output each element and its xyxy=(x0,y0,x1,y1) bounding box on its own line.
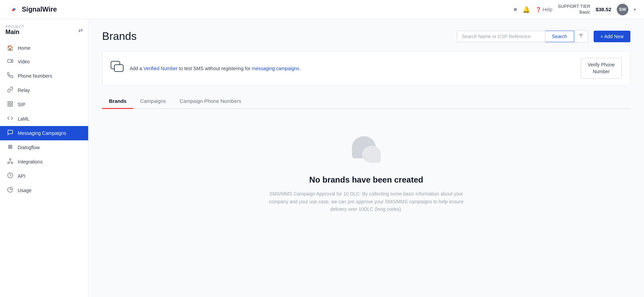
sidebar-item-label-sip: SIP xyxy=(18,102,26,107)
top-navigation: SignalWire 🔔 ❓ Help SUPPORT TIER Basic $… xyxy=(0,0,644,19)
search-input[interactable] xyxy=(457,31,545,42)
phone-icon xyxy=(7,72,14,80)
tab-brands[interactable]: Brands xyxy=(102,94,133,109)
laml-icon xyxy=(7,115,14,123)
sidebar-item-label-api: API xyxy=(18,173,26,179)
sidebar-item-messaging-campaigns[interactable]: Messaging Campaigns xyxy=(0,126,88,140)
svg-rect-5 xyxy=(11,105,13,106)
relay-icon xyxy=(7,87,14,94)
sidebar-item-phone-numbers[interactable]: Phone Numbers xyxy=(0,69,88,83)
api-icon xyxy=(7,172,14,180)
avatar[interactable]: SW xyxy=(617,4,628,15)
info-banner-text: Add a Verified Number to test SMS withou… xyxy=(130,66,301,71)
sidebar-item-api[interactable]: API xyxy=(0,169,88,183)
project-label: Project xyxy=(5,25,24,29)
sidebar-item-usage[interactable]: Usage xyxy=(0,183,88,198)
info-banner-left: Add a Verified Number to test SMS withou… xyxy=(111,61,301,76)
sidebar-item-label-laml: LaML xyxy=(18,116,30,122)
chevron-down-icon[interactable]: ▾ xyxy=(634,7,636,12)
sidebar-item-dialogflow[interactable]: Dialogflow xyxy=(0,140,88,155)
tab-campaigns[interactable]: Campaigns xyxy=(133,94,173,109)
sidebar-item-integrations[interactable]: Integrations xyxy=(0,155,88,169)
home-icon: 🏠 xyxy=(7,45,14,51)
help-button[interactable]: ❓ Help xyxy=(535,7,552,12)
usage-icon xyxy=(7,187,14,194)
dialogflow-icon xyxy=(7,144,14,151)
main-content: Brands Search + Add New xyxy=(88,19,644,297)
logo-icon xyxy=(8,4,19,15)
sidebar-nav: 🏠 Home Video Phone Numbers Relay xyxy=(0,41,88,198)
sidebar-item-label-integrations: Integrations xyxy=(18,159,43,165)
project-section: Project Main ⇄ xyxy=(0,25,88,41)
page-header: Brands Search + Add New xyxy=(102,30,630,43)
sip-icon xyxy=(7,101,14,108)
help-circle-icon: ❓ xyxy=(535,7,541,12)
integrations-icon xyxy=(7,158,14,166)
bubble2-icon xyxy=(362,146,381,163)
sidebar-item-label-relay: Relay xyxy=(18,88,30,93)
status-indicator xyxy=(514,8,517,11)
sidebar-item-relay[interactable]: Relay xyxy=(0,83,88,97)
svg-line-19 xyxy=(11,162,12,162)
svg-point-17 xyxy=(11,162,13,164)
info-banner: Add a Verified Number to test SMS withou… xyxy=(102,51,630,86)
account-balance: $38.52 xyxy=(596,6,611,12)
sidebar-item-video[interactable]: Video xyxy=(0,54,88,69)
svg-rect-1 xyxy=(8,60,12,63)
number-highlight: Number xyxy=(161,66,178,71)
svg-rect-3 xyxy=(11,101,13,103)
sidebar-item-label-messaging-campaigns: Messaging Campaigns xyxy=(18,130,66,136)
sidebar-item-label-usage: Usage xyxy=(18,188,31,193)
empty-state-icon xyxy=(349,136,383,167)
add-new-button[interactable]: + Add New xyxy=(594,31,630,42)
verified-highlight: Verified xyxy=(143,66,159,71)
switch-project-icon[interactable]: ⇄ xyxy=(78,27,83,33)
messaging-highlight: messaging xyxy=(252,66,275,71)
sidebar-item-label-phone-numbers: Phone Numbers xyxy=(18,73,52,79)
chat-bubbles-icon xyxy=(111,61,124,76)
svg-point-7 xyxy=(11,145,12,147)
svg-point-8 xyxy=(9,147,10,149)
sidebar-item-home[interactable]: 🏠 Home xyxy=(0,41,88,54)
topnav-right: 🔔 ❓ Help SUPPORT TIER Basic $38.52 SW ▾ xyxy=(514,4,636,15)
svg-point-14 xyxy=(10,159,11,160)
svg-line-18 xyxy=(9,162,10,162)
notification-bell-icon[interactable]: 🔔 xyxy=(522,6,530,13)
filter-button[interactable] xyxy=(574,30,588,43)
svg-point-16 xyxy=(8,162,10,164)
svg-rect-2 xyxy=(8,101,10,103)
verify-phone-number-button[interactable]: Verify PhoneNumber xyxy=(581,58,622,79)
filter-icon xyxy=(578,33,584,38)
header-actions: Search + Add New xyxy=(457,30,630,43)
empty-state-title: No brands have been created xyxy=(309,175,423,185)
tabs: Brands Campaigns Campaign Phone Numbers xyxy=(102,94,630,109)
logo-text: SignalWire xyxy=(22,5,57,13)
project-name: Main xyxy=(5,29,24,36)
empty-state: No brands have been created SMS/MMS Camp… xyxy=(102,109,630,226)
sidebar: Project Main ⇄ 🏠 Home Video Phone Number… xyxy=(0,19,88,297)
empty-state-description: SMS/MMS Campaign Approval for 10 DLC: By… xyxy=(264,190,468,213)
tab-campaign-phone-numbers[interactable]: Campaign Phone Numbers xyxy=(173,94,248,109)
svg-point-9 xyxy=(11,147,12,149)
svg-rect-24 xyxy=(114,65,123,72)
campaigns-highlight: campaigns xyxy=(276,66,299,71)
sidebar-item-label-dialogflow: Dialogflow xyxy=(18,145,40,150)
messaging-campaigns-icon xyxy=(7,129,14,137)
video-icon xyxy=(7,58,14,65)
support-tier-info: SUPPORT TIER Basic xyxy=(558,4,590,15)
sidebar-item-label-video: Video xyxy=(18,59,30,64)
svg-point-6 xyxy=(9,145,10,147)
sidebar-item-laml[interactable]: LaML xyxy=(0,112,88,126)
svg-rect-4 xyxy=(8,105,10,106)
page-title: Brands xyxy=(102,30,136,43)
sidebar-item-label-home: Home xyxy=(18,45,30,51)
search-button[interactable]: Search xyxy=(545,31,574,42)
logo-link[interactable]: SignalWire xyxy=(8,4,57,15)
sidebar-item-sip[interactable]: SIP xyxy=(0,97,88,112)
